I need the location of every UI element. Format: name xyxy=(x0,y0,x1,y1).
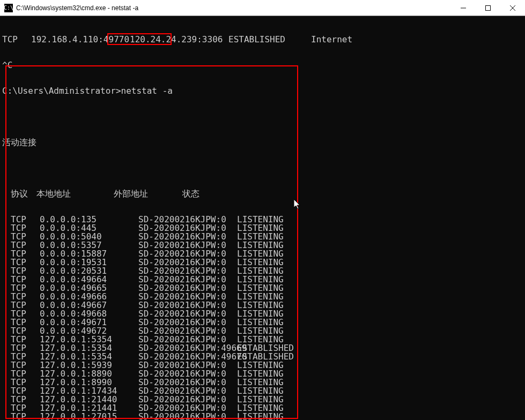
table-row: TCP127.0.0.1:27015SD-20200216KJPW:0LISTE… xyxy=(2,412,525,420)
header-foreign: 外部地址 xyxy=(114,190,182,198)
section-title: 活动连接 xyxy=(2,138,525,147)
state-cell: LISTENING xyxy=(237,412,284,420)
prompt: C:\Users\Administrator> xyxy=(2,86,121,96)
header-proto: 协议 xyxy=(11,190,36,198)
minimize-button[interactable] xyxy=(451,0,476,16)
connections-table: TCP0.0.0.0:135SD-20200216KJPW:0LISTENING… xyxy=(2,215,525,420)
local-cell: 192.168.4.110:49770 xyxy=(31,35,130,44)
header-state: 状态 xyxy=(182,190,199,198)
blank-line xyxy=(2,164,525,172)
window-buttons xyxy=(451,0,525,16)
foreign-cell: 120.24.24.239:3306 xyxy=(130,35,228,44)
terminal-output[interactable]: TCP 192.168.4.110:49770 120.24.24.239:33… xyxy=(0,16,525,420)
command-text: netstat -a xyxy=(121,86,173,96)
ctrl-c-line: ^C xyxy=(2,61,525,70)
maximize-button[interactable] xyxy=(476,0,500,16)
proto-cell: TCP xyxy=(11,412,40,420)
close-button[interactable] xyxy=(500,0,525,16)
cmd-icon: C:\ xyxy=(4,4,13,12)
window-titlebar: C:\ C:\Windows\system32\cmd.exe - netsta… xyxy=(0,0,525,16)
prompt-line: C:\Users\Administrator>netstat -a xyxy=(2,87,525,95)
prev-connection-row: TCP 192.168.4.110:49770 120.24.24.239:33… xyxy=(2,35,525,44)
extra-cell: Internet xyxy=(311,35,352,44)
header-local: 本地地址 xyxy=(36,190,114,198)
foreign-cell: SD-20200216KJPW:0 xyxy=(138,412,237,420)
window-title: C:\Windows\system32\cmd.exe - netstat -a xyxy=(16,4,451,12)
state-cell: ESTABLISHED xyxy=(228,35,311,44)
blank-line xyxy=(2,112,525,121)
svg-rect-1 xyxy=(486,5,491,10)
local-cell: 127.0.0.1:27015 xyxy=(40,412,138,420)
proto-cell: TCP xyxy=(2,35,31,44)
table-header: 协议 本地地址 外部地址 状态 xyxy=(2,190,525,198)
